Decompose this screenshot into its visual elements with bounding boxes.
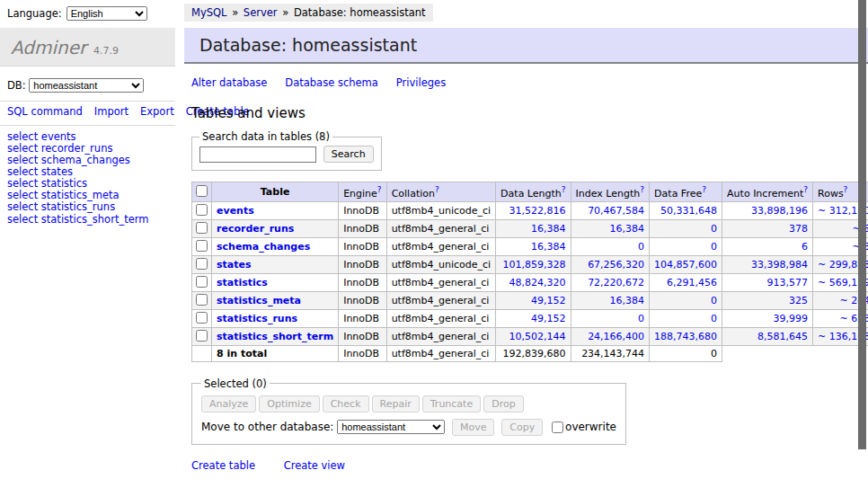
help-icon[interactable]: ?: [435, 185, 439, 194]
copy-button[interactable]: Copy: [501, 419, 543, 436]
auto-increment-link[interactable]: 6: [802, 241, 808, 253]
sidebar-select-link[interactable]: select statistics_runs: [7, 200, 115, 213]
help-icon[interactable]: ?: [803, 185, 808, 194]
row-checkbox[interactable]: [196, 330, 208, 342]
language-select[interactable]: English: [66, 6, 147, 21]
index-length-link[interactable]: 0: [638, 313, 644, 324]
data-free-link[interactable]: 188,743,680: [654, 331, 717, 342]
sidebar-select-link[interactable]: select events: [7, 130, 76, 143]
move-db-select[interactable]: homeassistant: [337, 420, 445, 434]
db-select[interactable]: homeassistant: [29, 78, 144, 93]
row-checkbox[interactable]: [196, 312, 208, 324]
sidebar-select-link[interactable]: select statistics_short_term: [7, 213, 148, 226]
help-icon[interactable]: ?: [377, 185, 382, 194]
row-checkbox[interactable]: [196, 204, 208, 216]
row-select-cell: [192, 309, 212, 327]
help-icon[interactable]: ?: [844, 185, 848, 194]
table-name-link[interactable]: statistics: [217, 277, 268, 288]
create-view-link[interactable]: Create view: [284, 459, 345, 472]
table-row: statistics InnoDB utf8mb4_general_ci 48,…: [192, 273, 868, 291]
row-checkbox[interactable]: [196, 222, 208, 234]
index-length-link[interactable]: 70,467,584: [588, 205, 644, 217]
sidebar-action-export[interactable]: Export: [140, 105, 174, 118]
overwrite-checkbox[interactable]: [552, 421, 563, 433]
help-icon[interactable]: ?: [702, 185, 706, 194]
auto-increment-link[interactable]: 33,398,984: [751, 259, 808, 271]
sidebar-select-link[interactable]: select states: [7, 165, 73, 178]
db-nav-links: Alter databaseDatabase schemaPrivileges: [191, 76, 868, 89]
db-nav-database-schema[interactable]: Database schema: [285, 76, 377, 89]
check-button[interactable]: Check: [323, 395, 369, 413]
sidebar-action-import[interactable]: Import: [94, 105, 128, 118]
sidebar-select-link[interactable]: select statistics_meta: [7, 189, 120, 201]
data-free-link[interactable]: 0: [711, 295, 717, 306]
table-name-link[interactable]: schema_changes: [217, 241, 310, 253]
data-length-link[interactable]: 31,522,816: [509, 205, 566, 217]
row-checkbox[interactable]: [196, 276, 208, 288]
data-length-link[interactable]: 101,859,328: [503, 259, 566, 271]
search-button[interactable]: Search: [323, 146, 374, 163]
auto-increment-cell: 913,577: [722, 273, 813, 291]
search-input[interactable]: [199, 146, 316, 163]
scrollbar-thumb[interactable]: [858, 0, 866, 449]
scrollbar[interactable]: [858, 0, 866, 488]
create-table-link[interactable]: Create table: [191, 459, 255, 472]
auto-increment-link[interactable]: 325: [789, 295, 808, 306]
index-length-link[interactable]: 67,256,320: [588, 259, 644, 271]
help-icon[interactable]: ?: [640, 185, 644, 194]
sidebar-action-sql-command[interactable]: SQL command: [7, 105, 83, 118]
data-length-link[interactable]: 48,824,320: [509, 277, 566, 288]
data-length-link[interactable]: 49,152: [531, 313, 566, 324]
sidebar-select-link[interactable]: select schema_changes: [7, 154, 130, 166]
sidebar-select-link[interactable]: select recorder_runs: [7, 142, 112, 155]
index-length-link[interactable]: 16,384: [610, 223, 645, 235]
move-button[interactable]: Move: [452, 419, 495, 436]
row-select-cell: [192, 201, 212, 219]
data-free-link[interactable]: 104,857,600: [654, 259, 717, 271]
table-name-link[interactable]: states: [217, 259, 252, 271]
collation-cell: utf8mb4_general_ci: [386, 273, 495, 291]
app-logo: Adminer 4.7.9: [0, 28, 175, 67]
db-nav-alter-database[interactable]: Alter database: [191, 76, 267, 89]
data-free-link[interactable]: 0: [711, 313, 717, 324]
auto-increment-link[interactable]: 33,898,196: [751, 205, 808, 217]
data-length-link[interactable]: 16,384: [531, 241, 566, 253]
select-all-checkbox[interactable]: [196, 185, 208, 197]
drop-button[interactable]: Drop: [483, 395, 523, 413]
auto-increment-link[interactable]: 8,581,645: [757, 331, 808, 342]
index-length-link[interactable]: 72,220,672: [588, 277, 644, 288]
analyze-button[interactable]: Analyze: [201, 395, 256, 413]
data-free-link[interactable]: 0: [711, 223, 717, 235]
collation-cell: utf8mb4_general_ci: [386, 309, 495, 327]
index-length-link[interactable]: 0: [638, 241, 644, 253]
sidebar-select-link[interactable]: select statistics: [7, 177, 87, 190]
table-name-link[interactable]: statistics_runs: [217, 313, 297, 324]
row-checkbox[interactable]: [196, 294, 208, 306]
index-length-link[interactable]: 16,384: [610, 295, 645, 306]
auto-increment-cell: 325: [722, 291, 813, 309]
auto-increment-link[interactable]: 913,577: [767, 277, 809, 288]
auto-increment-link[interactable]: 39,999: [774, 313, 809, 324]
row-checkbox[interactable]: [196, 258, 208, 270]
app-name[interactable]: Adminer: [11, 37, 86, 58]
repair-button[interactable]: Repair: [372, 395, 420, 413]
breadcrumb-server-link[interactable]: Server: [244, 6, 278, 19]
table-name-link[interactable]: statistics_meta: [217, 295, 301, 306]
breadcrumb-mysql-link[interactable]: MySQL: [191, 6, 227, 19]
row-checkbox[interactable]: [196, 240, 208, 252]
table-name-link[interactable]: recorder_runs: [217, 223, 294, 235]
index-length-link[interactable]: 24,166,400: [588, 331, 644, 342]
data-length-link[interactable]: 16,384: [531, 223, 566, 235]
data-free-link[interactable]: 50,331,648: [660, 205, 717, 217]
auto-increment-link[interactable]: 378: [789, 223, 808, 235]
table-name-link[interactable]: events: [217, 205, 254, 217]
data-free-link[interactable]: 0: [711, 241, 717, 253]
table-name-link[interactable]: statistics_short_term: [217, 331, 333, 342]
db-nav-privileges[interactable]: Privileges: [396, 76, 446, 89]
help-icon[interactable]: ?: [562, 185, 566, 194]
data-length-link[interactable]: 10,502,144: [509, 331, 566, 342]
data-length-link[interactable]: 49,152: [531, 295, 566, 306]
data-free-link[interactable]: 6,291,456: [667, 277, 717, 288]
truncate-button[interactable]: Truncate: [422, 395, 481, 413]
optimize-button[interactable]: Optimize: [259, 395, 319, 413]
